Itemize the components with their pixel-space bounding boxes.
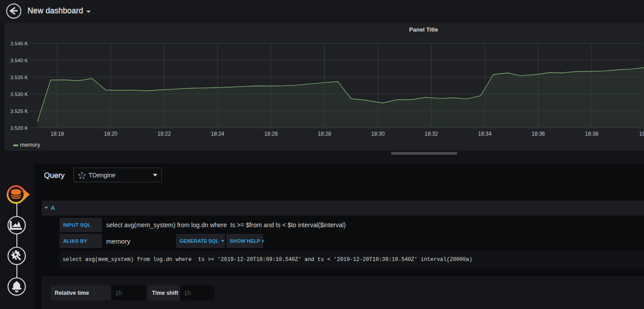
svg-text:18:36: 18:36: [532, 131, 545, 137]
svg-text:3.520 K: 3.520 K: [10, 125, 28, 131]
svg-text:18:38: 18:38: [585, 131, 598, 137]
svg-text:18:28: 18:28: [318, 131, 331, 137]
svg-text:18: 18: [639, 131, 644, 137]
svg-text:18:32: 18:32: [424, 131, 438, 137]
svg-text:3.535 K: 3.535 K: [10, 75, 28, 80]
svg-text:18:30: 18:30: [371, 131, 384, 137]
svg-text:3.545 K: 3.545 K: [10, 41, 28, 46]
svg-text:18:20: 18:20: [104, 131, 117, 137]
svg-text:18:22: 18:22: [157, 131, 171, 137]
svg-text:3.540 K: 3.540 K: [10, 58, 28, 63]
svg-text:18:34: 18:34: [478, 131, 492, 137]
svg-text:3.525 K: 3.525 K: [10, 108, 28, 114]
svg-text:18:24: 18:24: [211, 131, 224, 137]
svg-text:3.530 K: 3.530 K: [10, 92, 28, 97]
svg-text:18:26: 18:26: [264, 131, 278, 137]
svg-text:18:18: 18:18: [51, 131, 64, 137]
